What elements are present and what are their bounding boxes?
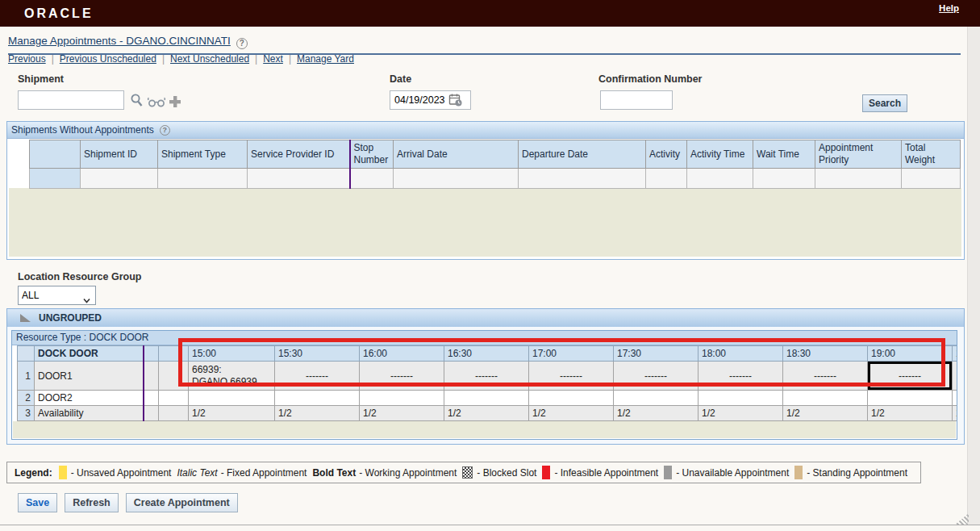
time-header-17-00: 17:00 <box>529 346 614 362</box>
nav-link-previous[interactable]: Previous <box>8 53 46 65</box>
page-help-icon[interactable]: ? <box>236 38 248 49</box>
column-header-service-provider-id: Service Provider ID <box>248 140 350 169</box>
slot-door2-19-00[interactable] <box>868 391 953 406</box>
slot-clipped <box>953 362 958 391</box>
slot-door2-17-30[interactable] <box>614 391 699 406</box>
dock-row-door1: 1DOOR166939: DGANO.66939----------------… <box>18 362 958 391</box>
save-button[interactable]: Save <box>18 493 57 512</box>
nav-link-next[interactable]: Next <box>263 53 283 65</box>
shipments-panel-titlebar: Shipments Without Appointments? <box>7 122 964 139</box>
cell-shipment-type <box>158 169 248 189</box>
dock-door-section: Resource Type : DOCK DOOR DOCK DOOR15:00… <box>11 330 957 440</box>
slot-door1-15-00[interactable]: 66939: DGANO.66939 <box>189 362 275 391</box>
legend-swatch-icon <box>59 466 67 479</box>
add-icon[interactable] <box>169 95 181 108</box>
nav-separator: | <box>52 53 54 65</box>
slot-door2-18-00[interactable] <box>699 391 783 406</box>
slot-door1-19-00[interactable]: ------- <box>868 362 953 391</box>
separator-cell <box>144 362 159 391</box>
cell-activity <box>646 169 687 189</box>
location-resource-group-select[interactable]: ALL <box>18 286 96 305</box>
legend-swatch-icon <box>664 466 672 479</box>
view-glasses-icon[interactable] <box>147 96 166 108</box>
schedule-header-row: DOCK DOOR15:0015:3016:0016:3017:0017:301… <box>18 346 958 362</box>
slot-door1-16-00[interactable]: ------- <box>360 362 444 391</box>
refresh-button[interactable]: Refresh <box>65 493 119 512</box>
separator-cell <box>159 362 189 391</box>
nav-link-next-unscheduled[interactable]: Next Unscheduled <box>170 53 249 65</box>
collapse-triangle-icon[interactable] <box>20 314 31 322</box>
resource-type-header: Resource Type : DOCK DOOR <box>12 331 957 345</box>
shipments-row <box>30 169 961 189</box>
shipments-help-icon[interactable]: ? <box>160 125 170 136</box>
slot-door2-16-00[interactable] <box>360 391 444 406</box>
time-header-16-30: 16:30 <box>444 346 529 362</box>
legend-item-unsaved-appointment: - Unsaved Appointment <box>59 466 172 479</box>
slot-door1-15-30[interactable]: ------- <box>275 362 360 391</box>
legend-text: - Infeasible Appointment <box>554 467 658 479</box>
dock-row-door2: 2DOOR2 <box>18 391 958 406</box>
slot-availability-18-30[interactable]: 1/2 <box>783 406 868 421</box>
column-header-activity-time: Activity Time <box>687 140 753 169</box>
legend-swatch-icon <box>794 466 803 479</box>
separator-cell <box>144 391 159 406</box>
slot-door1-18-00[interactable]: ------- <box>699 362 783 391</box>
page-title[interactable]: Manage Appointments - DGANO.CINCINNATI <box>8 35 231 47</box>
confirmation-number-input[interactable] <box>600 90 673 110</box>
shipments-panel-title: Shipments Without Appointments <box>11 124 154 136</box>
vertical-scrollbar[interactable] <box>967 27 980 525</box>
legend-text: - Fixed Appointment <box>221 467 307 479</box>
slot-door2-15-30[interactable] <box>275 391 360 406</box>
legend-item-unavailable-appointment: - Unavailable Appointment <box>664 466 789 479</box>
slot-availability-16-30[interactable]: 1/2 <box>444 406 529 421</box>
time-header-15-00: 15:00 <box>189 346 275 362</box>
row-selector-header <box>30 140 81 169</box>
ungrouped-titlebar: UNGROUPED <box>7 309 964 327</box>
ungrouped-panel: UNGROUPED Resource Type : DOCK DOOR DOCK… <box>6 308 965 445</box>
cell-departure-date <box>519 169 646 189</box>
slot-door1-18-30[interactable]: ------- <box>783 362 868 391</box>
time-header-18-00: 18:00 <box>699 346 783 362</box>
calendar-clock-icon[interactable] <box>448 93 463 107</box>
slot-door1-17-00[interactable]: ------- <box>529 362 614 391</box>
search-icon[interactable] <box>130 93 144 108</box>
cell-appointment-priority <box>815 169 902 189</box>
row-number: 1 <box>18 362 35 391</box>
row-selector-cell[interactable] <box>30 169 81 189</box>
slot-door1-16-30[interactable]: ------- <box>444 362 529 391</box>
help-link[interactable]: Help <box>939 3 959 13</box>
nav-link-manage-yard[interactable]: Manage Yard <box>297 53 354 65</box>
slot-door1-17-30[interactable]: ------- <box>614 362 699 391</box>
nav-separator: | <box>162 53 165 65</box>
shipments-without-appointments-panel: Shipments Without Appointments? Shipment… <box>6 121 965 260</box>
slot-availability-15-00[interactable]: 1/2 <box>189 406 275 421</box>
dock-row-availability: 3Availability1/21/21/21/21/21/21/21/21/2… <box>18 406 958 421</box>
slot-door2-18-30[interactable] <box>783 391 868 406</box>
search-button[interactable]: Search <box>862 94 907 112</box>
nav-separator: | <box>289 53 291 65</box>
slot-availability-19-00[interactable]: 1/2 <box>868 406 953 421</box>
slot-availability-17-30[interactable]: 1/2 <box>614 406 699 421</box>
slot-door2-16-30[interactable] <box>444 391 529 406</box>
slot-availability-15-30[interactable]: 1/2 <box>275 406 360 421</box>
separator-column <box>159 346 189 362</box>
cell-activity-time <box>687 169 753 189</box>
create-appointment-button[interactable]: Create Appointment <box>126 493 238 512</box>
date-field <box>390 90 471 110</box>
nav-link-previous-unscheduled[interactable]: Previous Unscheduled <box>60 53 156 65</box>
legend-item-fixed-appointment: Italic Text- Fixed Appointment <box>177 467 307 479</box>
slot-door2-15-00[interactable] <box>189 391 275 406</box>
column-header-wait-time: Wait Time <box>753 140 815 169</box>
date-input[interactable] <box>390 92 448 108</box>
slot-availability-16-00[interactable]: 1/2 <box>360 406 444 421</box>
slot-door2-17-00[interactable] <box>529 391 614 406</box>
title-row: Manage Appointments - DGANO.CINCINNATI? <box>8 33 961 55</box>
slot-availability-17-00[interactable]: 1/2 <box>529 406 614 421</box>
shipment-input[interactable] <box>18 90 124 110</box>
cell-wait-time <box>753 169 815 189</box>
slot-availability-18-00[interactable]: 1/2 <box>699 406 783 421</box>
legend-label: Legend: <box>15 467 52 479</box>
schedule-empty-area <box>13 421 956 438</box>
ungrouped-title: UNGROUPED <box>39 312 102 324</box>
separator-cell <box>159 406 189 421</box>
